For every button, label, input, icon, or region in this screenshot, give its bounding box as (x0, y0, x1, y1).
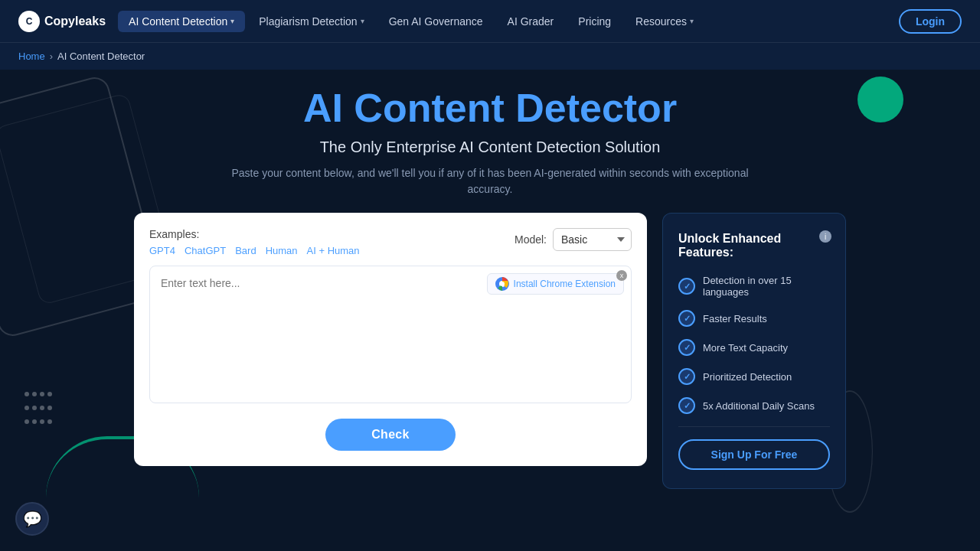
feature-check-languages (678, 278, 695, 295)
breadcrumb-home[interactable]: Home (18, 51, 45, 62)
examples-label: Examples: (149, 228, 360, 240)
info-icon[interactable]: i (819, 230, 831, 243)
svg-point-2 (500, 282, 505, 286)
feature-text-capacity: More Text Capacity (703, 342, 788, 354)
example-link-ai-human[interactable]: AI + Human (307, 245, 360, 256)
chrome-icon (495, 277, 509, 291)
feature-check-capacity (678, 339, 695, 356)
nav-item-pricing[interactable]: Pricing (567, 11, 622, 32)
feature-item-faster: Faster Results (678, 310, 830, 327)
model-label: Model: (514, 233, 547, 246)
chrome-close-button[interactable]: x (616, 270, 627, 281)
textarea-wrapper: Install Chrome Extension x (149, 266, 632, 406)
breadcrumb-separator: › (50, 51, 53, 62)
features-list: Detection in over 15 languages Faster Re… (678, 275, 830, 414)
nav-items: AI Content Detection▾Plagiarism Detectio… (118, 11, 899, 32)
logo-name: Copyleaks (44, 15, 106, 28)
feature-text-scans: 5x Additional Daily Scans (703, 400, 815, 412)
navbar: C Copyleaks AI Content Detection▾Plagiar… (0, 0, 980, 43)
nav-item-plagiarism-detection[interactable]: Plagiarism Detection▾ (248, 11, 374, 32)
model-row: Model: BasicStandardAdvanced (514, 228, 632, 251)
feature-item-scans: 5x Additional Daily Scans (678, 397, 830, 414)
cards-row: Examples: GPT4ChatGPTBardHumanAI + Human… (0, 213, 980, 489)
example-links: GPT4ChatGPTBardHumanAI + Human (149, 245, 360, 256)
chat-widget[interactable]: 💬 (15, 502, 49, 536)
breadcrumb-current: AI Content Detector (57, 51, 145, 62)
chrome-extension-badge[interactable]: Install Chrome Extension x (487, 273, 624, 295)
feature-check-scans (678, 397, 695, 414)
signup-button[interactable]: Sign Up For Free (678, 439, 830, 470)
check-button[interactable]: Check (325, 419, 456, 451)
chevron-down-icon: ▾ (361, 17, 364, 25)
page-title: AI Content Detector (303, 85, 677, 131)
card-top-row: Examples: GPT4ChatGPTBardHumanAI + Human… (149, 228, 632, 256)
feature-item-prioritized: Prioritized Detection (678, 368, 830, 385)
nav-item-ai-content-detection[interactable]: AI Content Detection▾ (118, 11, 245, 32)
feature-text-prioritized: Prioritized Detection (703, 371, 792, 383)
main-content: AI Content Detector The Only Enterprise … (0, 70, 980, 489)
chat-icon: 💬 (23, 510, 42, 528)
nav-item-ai-grader[interactable]: AI Grader (497, 11, 565, 32)
chevron-down-icon: ▾ (690, 17, 694, 25)
model-select[interactable]: BasicStandardAdvanced (553, 228, 632, 251)
feature-text-faster: Faster Results (703, 313, 767, 324)
features-title: Unlock Enhanced Features: (678, 232, 830, 259)
breadcrumb: Home › AI Content Detector (0, 43, 980, 70)
feature-check-faster (678, 310, 695, 327)
chrome-extension-label: Install Chrome Extension (514, 279, 616, 289)
example-link-gpt4[interactable]: GPT4 (149, 245, 175, 256)
example-link-chatgpt[interactable]: ChatGPT (185, 245, 226, 256)
logo[interactable]: C Copyleaks (18, 11, 106, 32)
features-divider (678, 426, 830, 427)
feature-item-languages: Detection in over 15 languages (678, 275, 830, 298)
feature-check-prioritized (678, 368, 695, 385)
features-card: Unlock Enhanced Features: i Detection in… (662, 213, 846, 489)
detection-card: Examples: GPT4ChatGPTBardHumanAI + Human… (134, 213, 647, 466)
logo-icon: C (18, 11, 40, 32)
page-description: Paste your content below, and we'll tell… (230, 165, 750, 197)
nav-item-resources[interactable]: Resources▾ (625, 11, 704, 32)
nav-item-gen-ai-governance[interactable]: Gen AI Governance (378, 11, 494, 32)
feature-text-languages: Detection in over 15 languages (703, 275, 830, 298)
feature-item-capacity: More Text Capacity (678, 339, 830, 356)
login-button[interactable]: Login (899, 9, 962, 34)
chevron-down-icon: ▾ (230, 17, 234, 25)
example-link-bard[interactable]: Bard (235, 245, 256, 256)
page-subtitle: The Only Enterprise AI Content Detection… (320, 139, 661, 156)
example-link-human[interactable]: Human (266, 245, 298, 256)
examples-section: Examples: GPT4ChatGPTBardHumanAI + Human (149, 228, 360, 256)
